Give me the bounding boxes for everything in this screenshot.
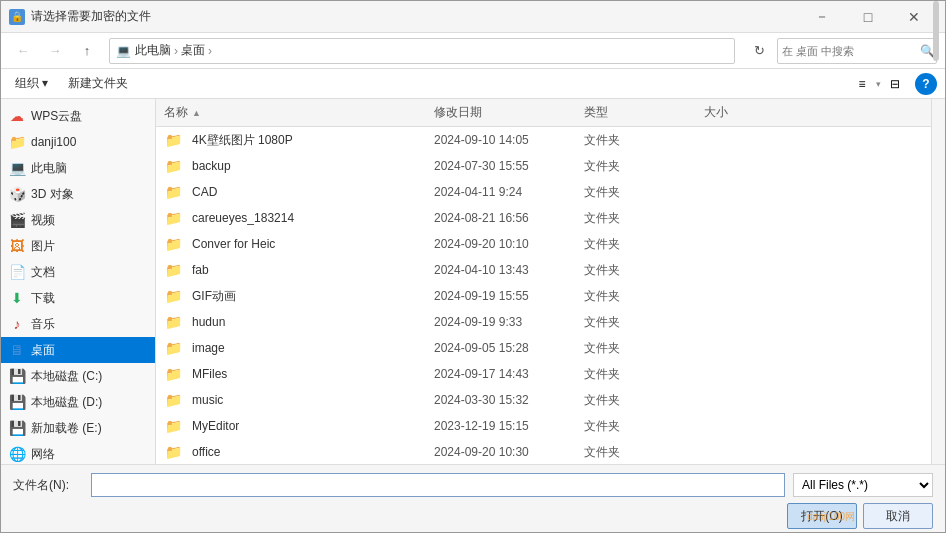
file-name: careueyes_183214 [192, 211, 294, 225]
file-icon: 📁 [164, 443, 182, 461]
filetype-select[interactable]: All Files (*.*) [793, 473, 933, 497]
navigation-toolbar: ← → ↑ 💻 此电脑 › 桌面 › ↻ 🔍 [1, 33, 945, 69]
file-date: 2024-04-11 9:24 [434, 185, 584, 199]
file-row[interactable]: 📁 4K壁纸图片 1080P 2024-09-10 14:05 文件夹 [156, 127, 931, 153]
maximize-button[interactable]: □ [845, 1, 891, 33]
file-icon: 📁 [164, 209, 182, 227]
view-details-icon: ⊟ [890, 77, 900, 91]
file-row[interactable]: 📁 music 2024-03-30 15:32 文件夹 [156, 387, 931, 413]
new-folder-button[interactable]: 新建文件夹 [62, 72, 134, 96]
minimize-button[interactable]: － [799, 1, 845, 33]
file-list-header: 名称 ▲ 修改日期 类型 大小 [156, 99, 931, 127]
file-date: 2024-03-30 15:32 [434, 393, 584, 407]
column-date[interactable]: 修改日期 [434, 104, 584, 121]
file-icon: 📁 [164, 183, 182, 201]
cancel-button[interactable]: 取消 [863, 503, 933, 529]
breadcrumb-computer-icon: 💻 [116, 44, 131, 58]
file-row[interactable]: 📁 MFiles 2024-09-17 14:43 文件夹 [156, 361, 931, 387]
file-row[interactable]: 📁 MyEditor 2023-12-19 15:15 文件夹 [156, 413, 931, 439]
sort-arrow-icon: ▲ [192, 108, 201, 118]
file-row[interactable]: 📁 hudun 2024-09-19 9:33 文件夹 [156, 309, 931, 335]
sidebar-item-danji100[interactable]: 📁danji100 [1, 129, 155, 155]
up-button[interactable]: ↑ [73, 37, 101, 65]
sidebar-label-7: 下载 [31, 290, 55, 307]
buttons-row: 打开(O) 取消 [13, 503, 933, 529]
breadcrumb[interactable]: 💻 此电脑 › 桌面 › [109, 38, 735, 64]
search-box: 🔍 [777, 38, 937, 64]
forward-button[interactable]: → [41, 37, 69, 65]
sidebar-item-网络[interactable]: 🌐网络 [1, 441, 155, 464]
sidebar-item-音乐[interactable]: ♪音乐 [1, 311, 155, 337]
file-row[interactable]: 📁 careueyes_183214 2024-08-21 16:56 文件夹 [156, 205, 931, 231]
sidebar-item-新加载卷-(E:)[interactable]: 💾新加载卷 (E:) [1, 415, 155, 441]
file-name: 4K壁纸图片 1080P [192, 132, 293, 149]
file-name: CAD [192, 185, 217, 199]
back-button[interactable]: ← [9, 37, 37, 65]
file-name: MyEditor [192, 419, 239, 433]
breadcrumb-part2: 桌面 [181, 42, 205, 59]
sidebar-item-此电脑[interactable]: 💻此电脑 [1, 155, 155, 181]
sidebar-item-桌面[interactable]: 🖥桌面 [1, 337, 155, 363]
second-toolbar: 组织 ▾ 新建文件夹 ≡ ▾ ⊟ ? [1, 69, 945, 99]
file-row[interactable]: 📁 fab 2024-04-10 13:43 文件夹 [156, 257, 931, 283]
file-type: 文件夹 [584, 392, 704, 409]
file-row[interactable]: 📁 GIF动画 2024-09-19 15:55 文件夹 [156, 283, 931, 309]
view-details-button[interactable]: ⊟ [883, 72, 907, 96]
file-date: 2024-09-19 9:33 [434, 315, 584, 329]
file-type: 文件夹 [584, 184, 704, 201]
file-icon: 📁 [164, 287, 182, 305]
file-icon: 📁 [164, 365, 182, 383]
file-icon: 📁 [164, 417, 182, 435]
refresh-button[interactable]: ↻ [745, 37, 773, 65]
window-controls: － □ ✕ [799, 1, 937, 33]
close-button[interactable]: ✕ [891, 1, 937, 33]
sidebar-label-8: 音乐 [31, 316, 55, 333]
help-button[interactable]: ? [915, 73, 937, 95]
sidebar-item-下载[interactable]: ⬇下载 [1, 285, 155, 311]
sidebar-item-视频[interactable]: 🎬视频 [1, 207, 155, 233]
view-buttons: ≡ ▾ ⊟ [850, 72, 907, 96]
file-icon: 📁 [164, 235, 182, 253]
file-list: 📁 4K壁纸图片 1080P 2024-09-10 14:05 文件夹 📁 ba… [156, 127, 931, 464]
file-icon: 📁 [164, 261, 182, 279]
title-bar: 🔒 请选择需要加密的文件 － □ ✕ [1, 1, 945, 33]
column-type[interactable]: 类型 [584, 104, 704, 121]
sidebar-item-WPS云盘[interactable]: ☁WPS云盘 [1, 103, 155, 129]
file-name: office [192, 445, 220, 459]
sidebar-label-10: 本地磁盘 (C:) [31, 368, 102, 385]
file-type: 文件夹 [584, 444, 704, 461]
sidebar-item-图片[interactable]: 🖼图片 [1, 233, 155, 259]
sidebar-icon-10: 💾 [9, 368, 25, 384]
organize-button[interactable]: 组织 ▾ [9, 72, 54, 96]
file-date: 2024-09-19 15:55 [434, 289, 584, 303]
sidebar-icon-12: 💾 [9, 420, 25, 436]
dialog-title: 请选择需要加密的文件 [31, 8, 799, 25]
sidebar-item-3D-对象[interactable]: 🎲3D 对象 [1, 181, 155, 207]
breadcrumb-sep1: › [174, 44, 178, 58]
breadcrumb-sep2: › [208, 44, 212, 58]
file-row[interactable]: 📁 office 2024-09-20 10:30 文件夹 [156, 439, 931, 464]
sidebar-icon-9: 🖥 [9, 342, 25, 358]
open-button[interactable]: 打开(O) [787, 503, 857, 529]
sidebar-icon-13: 🌐 [9, 446, 25, 462]
scrollbar-area [931, 99, 945, 464]
file-date: 2024-09-20 10:30 [434, 445, 584, 459]
sidebar-item-文档[interactable]: 📄文档 [1, 259, 155, 285]
file-type: 文件夹 [584, 340, 704, 357]
column-name[interactable]: 名称 ▲ [164, 104, 434, 121]
file-row[interactable]: 📁 CAD 2024-04-11 9:24 文件夹 [156, 179, 931, 205]
column-size[interactable]: 大小 [704, 104, 923, 121]
sidebar-label-13: 网络 [31, 446, 55, 463]
sidebar-icon-0: ☁ [9, 108, 25, 124]
search-input[interactable] [782, 45, 920, 57]
view-list-button[interactable]: ≡ [850, 72, 874, 96]
sidebar-icon-1: 📁 [9, 134, 25, 150]
sidebar-item-本地磁盘-(D:)[interactable]: 💾本地磁盘 (D:) [1, 389, 155, 415]
dialog-window: 🔒 请选择需要加密的文件 － □ ✕ ← → ↑ 💻 此电脑 › 桌面 › ↻ … [0, 0, 946, 533]
file-row[interactable]: 📁 Conver for Heic 2024-09-20 10:10 文件夹 [156, 231, 931, 257]
file-row[interactable]: 📁 backup 2024-07-30 15:55 文件夹 [156, 153, 931, 179]
file-row[interactable]: 📁 image 2024-09-05 15:28 文件夹 [156, 335, 931, 361]
file-icon: 📁 [164, 131, 182, 149]
filename-input[interactable] [91, 473, 785, 497]
sidebar-item-本地磁盘-(C:)[interactable]: 💾本地磁盘 (C:) [1, 363, 155, 389]
